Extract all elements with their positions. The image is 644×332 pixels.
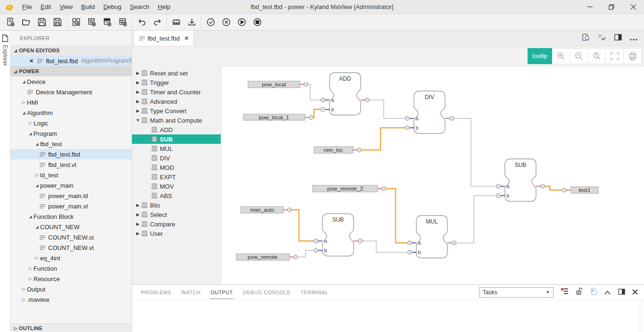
menu-item[interactable]: View [55, 0, 77, 14]
new-file-button[interactable] [3, 16, 18, 29]
minimize-button[interactable] [579, 0, 601, 14]
input-port-a[interactable] [314, 239, 318, 243]
tree-item[interactable]: COUNT_NEW [10, 222, 132, 232]
fbd-block-sub-right[interactable]: SUB a b [496, 159, 545, 201]
maximize-panel-icon[interactable] [604, 288, 611, 297]
tree-twisty-icon[interactable] [135, 108, 141, 113]
tasks-dropdown[interactable]: Tasks ▼ [479, 287, 553, 298]
explorer-file-icon[interactable] [2, 34, 8, 42]
tree-item[interactable]: fbd_test.fbd [10, 149, 132, 159]
tree-twisty-icon[interactable] [21, 297, 27, 302]
tree-twisty-icon[interactable] [34, 183, 40, 188]
word-wrap-icon[interactable] [598, 33, 606, 43]
tree-twisty-icon[interactable] [135, 222, 141, 226]
project-root-header[interactable]: ◢ POWER [10, 66, 132, 76]
input-port-a[interactable] [321, 98, 325, 102]
output-port[interactable] [452, 241, 456, 245]
menu-item[interactable]: Edit [36, 0, 55, 14]
tree-item[interactable]: fbd_test [10, 139, 132, 149]
library-item[interactable]: Compare [132, 219, 221, 229]
output-port[interactable] [541, 184, 545, 189]
tree-twisty-icon[interactable] [21, 100, 27, 105]
wire[interactable] [298, 250, 314, 257]
redo-button[interactable] [149, 16, 165, 29]
add-table-button[interactable] [115, 16, 131, 29]
menu-item[interactable]: Debug [99, 0, 125, 14]
connector-port[interactable] [288, 208, 292, 212]
tree-item[interactable]: Device Management [10, 87, 132, 97]
tree-item[interactable]: Function [10, 263, 132, 274]
menu-item[interactable]: Search [126, 0, 154, 14]
variable-label[interactable]: pow_remote_2 [313, 185, 386, 192]
tree-twisty-icon[interactable] [135, 80, 141, 85]
library-item[interactable]: Select [132, 210, 221, 219]
close-tab-icon[interactable]: ✕ [184, 35, 189, 42]
tree-twisty-icon[interactable] [135, 118, 141, 123]
library-item[interactable]: MOV [132, 182, 221, 191]
panel-tab[interactable]: TERMINAL [300, 285, 329, 299]
split-panel-icon[interactable] [618, 288, 625, 297]
tree-item[interactable]: ld_test [10, 170, 132, 180]
zoom-in-button[interactable] [552, 48, 570, 64]
variable-label[interactable]: pow_local [248, 81, 308, 88]
connector-port[interactable] [357, 148, 362, 152]
tree-item[interactable]: power_main.vt [10, 201, 132, 211]
fit-screen-button[interactable] [606, 48, 624, 64]
library-item[interactable]: Advanced [132, 97, 221, 106]
tree-item[interactable]: HMI [10, 97, 132, 108]
output-port[interactable] [450, 116, 454, 121]
unlock-icon[interactable] [576, 288, 583, 297]
scrollbar-track[interactable] [640, 300, 644, 332]
tree-item[interactable]: Output [10, 284, 132, 294]
tooltip-toggle-button[interactable]: tooltip [528, 48, 552, 64]
more-actions-icon[interactable] [630, 34, 637, 42]
connector-port[interactable] [382, 187, 386, 191]
variable-label[interactable]: rem_loc [314, 147, 362, 153]
wire[interactable] [545, 186, 562, 190]
split-editor-icon[interactable] [614, 34, 622, 42]
fbd-block-add[interactable]: ADD a b [321, 73, 370, 115]
open-editors-header[interactable]: ◢ OPEN EDITORS [10, 45, 132, 56]
tab-fbd-test[interactable]: fbd_test.fbd ✕ [134, 31, 194, 46]
tree-item[interactable]: COUNT_NEW.st [10, 232, 132, 242]
library-item[interactable]: Bits [132, 200, 221, 210]
output-port[interactable] [358, 239, 363, 243]
library-item[interactable]: ADD [132, 125, 221, 134]
tree-item[interactable]: COUNT_NEW.vt [10, 242, 132, 253]
open-preview-icon[interactable] [582, 33, 590, 43]
menu-item[interactable]: File [18, 0, 36, 14]
tree-twisty-icon[interactable] [135, 71, 141, 75]
wire[interactable] [386, 189, 408, 243]
fbd-block-div[interactable]: DIV a b [405, 91, 454, 133]
input-port-b[interactable] [405, 126, 410, 130]
panel-tab[interactable]: DEBUG CONSOLE [242, 285, 291, 299]
clear-output-icon[interactable] [561, 288, 569, 297]
run-button[interactable] [234, 16, 249, 29]
tree-item[interactable]: eq_4int [10, 253, 132, 263]
download-button[interactable] [184, 16, 199, 29]
tree-twisty-icon[interactable] [27, 276, 33, 281]
tree-twisty-icon[interactable] [135, 212, 141, 217]
library-item[interactable]: EXPT [132, 172, 221, 182]
library-item[interactable]: Math and Compute [132, 116, 221, 125]
tree-twisty-icon[interactable] [27, 132, 33, 136]
restore-button[interactable] [601, 0, 622, 14]
tree-item[interactable]: Program [10, 128, 132, 139]
tree-item[interactable]: Function Block [10, 211, 132, 222]
tree-item[interactable]: power_main.ld [10, 191, 132, 201]
tree-item[interactable]: Device [10, 76, 132, 87]
tree-item[interactable]: fbd_test.vt [10, 159, 132, 170]
tree-twisty-icon[interactable] [27, 215, 33, 219]
close-editor-icon[interactable]: ✕ [29, 58, 33, 64]
tree-item[interactable]: Algorithm [10, 108, 132, 118]
save-all-button[interactable] [50, 16, 65, 29]
library-item[interactable]: MOD [132, 163, 221, 172]
tree-twisty-icon[interactable] [135, 203, 141, 208]
tree-twisty-icon[interactable] [21, 111, 27, 115]
outline-header[interactable]: ▷ OUTLINE [10, 324, 132, 332]
close-panel-icon[interactable] [632, 288, 638, 297]
wire[interactable] [454, 118, 496, 186]
input-port-a[interactable] [408, 241, 412, 245]
menu-item[interactable]: Help [154, 0, 175, 14]
connector-port[interactable] [309, 116, 314, 120]
